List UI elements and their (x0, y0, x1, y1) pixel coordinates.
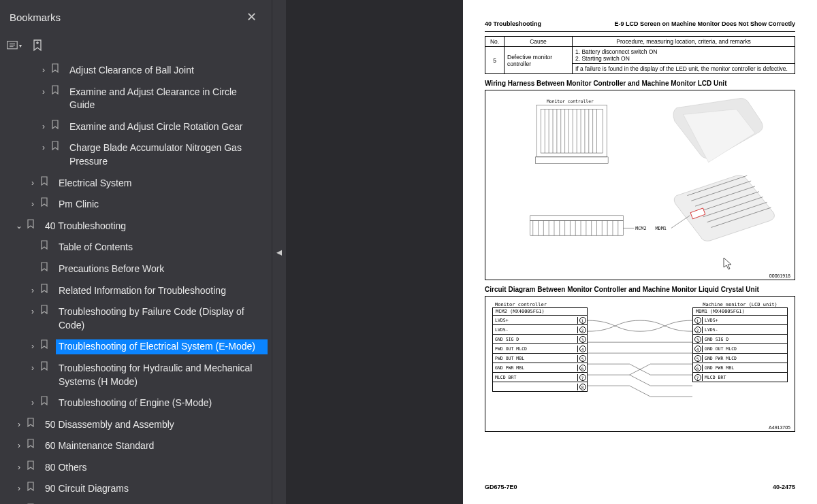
bookmark-label: Related Information for Troubleshooting (56, 284, 268, 299)
chevron-right-icon[interactable]: › (38, 141, 49, 154)
bookmark-item[interactable]: ›Examine and Adjust Clearance in Circle … (0, 82, 272, 116)
bookmark-label: 50 Disassembly and Assembly (42, 418, 268, 433)
monitor-controller-label: Monitor controller (547, 99, 594, 103)
bookmark-label: Adjust Clearance of Ball Joint (67, 63, 268, 78)
bookmark-icon (25, 482, 37, 491)
bookmark-label: Troubleshooting of Engine (S-Mode) (56, 396, 268, 411)
bookmark-item[interactable]: ›60 Maintenance Standard (0, 435, 272, 457)
bookmark-item[interactable]: ›90 Circuit Diagrams (0, 478, 272, 500)
bookmark-label: Troubleshooting by Failure Code (Display… (56, 305, 268, 333)
svg-line-52 (671, 216, 690, 229)
chevron-right-icon[interactable]: › (27, 176, 38, 189)
bookmark-item[interactable]: ›Troubleshooting of Electrical System (E… (0, 336, 272, 358)
bookmark-item[interactable]: Precautions Before Work (0, 258, 272, 280)
svg-rect-41 (530, 216, 624, 221)
bookmark-icon (49, 120, 61, 129)
section1-title: Wiring Harness Between Monitor Controlle… (485, 80, 795, 87)
figure-id-2: A4913705 (769, 425, 790, 430)
bookmark-label: 40 Troubleshooting (42, 219, 268, 234)
chevron-right-icon[interactable]: › (38, 63, 49, 76)
options-icon[interactable]: ▾ (7, 38, 22, 53)
bookmark-item[interactable]: ⌄40 Troubleshooting (0, 216, 272, 237)
chevron-right-icon[interactable]: › (27, 305, 38, 318)
bookmark-item[interactable]: Index (0, 500, 272, 504)
page-header-right: E-9 LCD Screen on Machine Monitor Does N… (614, 20, 795, 27)
chevron-right-icon[interactable]: › (38, 120, 49, 133)
chevron-right-icon[interactable]: › (14, 482, 25, 494)
bookmark-item[interactable]: ›50 Disassembly and Assembly (0, 414, 272, 436)
chevron-right-icon[interactable]: › (27, 396, 38, 409)
bookmark-item[interactable]: ›Electrical System (0, 173, 272, 195)
close-icon[interactable]: ✕ (241, 7, 262, 27)
bookmark-icon (25, 439, 37, 448)
bookmark-icon (38, 284, 50, 293)
bookmark-label: Troubleshooting for Hydraulic and Mechan… (56, 361, 268, 389)
bookmarks-sidebar: Bookmarks ✕ ▾ ›Adjust Clearance of Ball … (0, 0, 272, 504)
bookmark-label: 90 Circuit Diagrams (42, 482, 268, 497)
chevron-right-icon[interactable]: › (27, 284, 38, 297)
bookmark-item[interactable]: ›Charge Blade Accumulator Nitrogen Gas P… (0, 137, 272, 172)
bookmark-label: Examine and Adjust Circle Rotation Gear (67, 120, 268, 135)
bookmark-item[interactable]: ›Related Information for Troubleshooting (0, 280, 272, 302)
footer-left: GD675-7E0 (485, 484, 517, 490)
collapse-sidebar-handle[interactable]: ◂ (272, 0, 286, 504)
chevron-right-icon[interactable]: › (14, 418, 25, 431)
bookmark-label: Charge Blade Accumulator Nitrogen Gas Pr… (67, 141, 268, 169)
bookmark-label: 80 Others (42, 460, 268, 475)
section2-title: Circuit Diagram Between Monitor Controll… (485, 286, 795, 293)
bookmark-item[interactable]: Table of Contents (0, 237, 272, 258)
circuit-diagram: Monitor controller MCM2 (MX40005FG1) LVD… (485, 296, 795, 432)
bookmark-icon (49, 141, 61, 150)
bookmark-label: Examine and Adjust Clearance in Circle G… (67, 85, 268, 113)
document-viewport[interactable]: ◂ 40 Troubleshooting E-9 LCD Screen on M… (272, 0, 817, 504)
svg-rect-6 (537, 105, 607, 157)
spacer (27, 262, 38, 263)
bookmark-icon (38, 396, 50, 405)
page-header-left: 40 Troubleshooting (485, 20, 541, 27)
sidebar-header: Bookmarks ✕ (0, 0, 272, 34)
bookmark-icon (38, 240, 50, 250)
cause-table: No. Cause Procedure, measuring location,… (485, 36, 795, 74)
bookmark-icon (38, 339, 50, 349)
chevron-right-icon[interactable]: › (27, 339, 38, 352)
svg-rect-23 (530, 221, 624, 235)
bookmark-icon (38, 361, 50, 371)
chevron-right-icon[interactable]: › (27, 361, 38, 374)
bookmark-label: Pm Clinic (56, 197, 268, 212)
bookmark-icon (25, 460, 37, 470)
wiring-diagram: Monitor controller (485, 90, 795, 280)
spacer (27, 240, 38, 241)
chevron-right-icon[interactable]: › (14, 439, 25, 452)
chevron-right-icon[interactable]: › (14, 460, 25, 473)
bookmark-item[interactable]: ›80 Others (0, 457, 272, 479)
bookmark-label: Troubleshooting of Electrical System (E-… (56, 339, 268, 354)
bookmark-icon (49, 85, 61, 95)
bookmark-icon (38, 305, 50, 314)
bookmark-item[interactable]: ›Troubleshooting for Hydraulic and Mecha… (0, 358, 272, 392)
svg-rect-22 (536, 157, 608, 164)
bookmark-icon (38, 262, 50, 271)
bookmark-tree[interactable]: ›Adjust Clearance of Ball Joint›Examine … (0, 57, 272, 504)
footer-right: 40-2475 (773, 484, 795, 490)
bookmark-item[interactable]: ›Adjust Clearance of Ball Joint (0, 60, 272, 82)
bookmark-icon (25, 219, 37, 229)
svg-text:MCM2: MCM2 (635, 226, 646, 231)
bookmark-icon (25, 418, 37, 427)
bookmark-item[interactable]: ›Troubleshooting by Failure Code (Displa… (0, 301, 272, 336)
sidebar-title: Bookmarks (10, 12, 61, 23)
bookmark-icon (38, 176, 50, 186)
bookmark-icon (38, 197, 50, 207)
bookmark-icon (49, 63, 61, 73)
chevron-right-icon[interactable]: › (27, 197, 38, 210)
pdf-page: 40 Troubleshooting E-9 LCD Screen on Mac… (463, 0, 817, 504)
bookmark-item[interactable]: ›Pm Clinic (0, 194, 272, 216)
bookmark-current-icon[interactable] (30, 38, 45, 53)
chevron-right-icon[interactable]: › (38, 85, 49, 98)
bookmark-label: Electrical System (56, 176, 268, 191)
bookmark-item[interactable]: ›Troubleshooting of Engine (S-Mode) (0, 392, 272, 414)
sidebar-toolbar: ▾ (0, 34, 272, 57)
chevron-down-icon[interactable]: ⌄ (14, 219, 25, 232)
bookmark-item[interactable]: ›Examine and Adjust Circle Rotation Gear (0, 116, 272, 138)
svg-text:MDM1: MDM1 (655, 226, 666, 231)
bookmark-label: Precautions Before Work (56, 262, 268, 277)
